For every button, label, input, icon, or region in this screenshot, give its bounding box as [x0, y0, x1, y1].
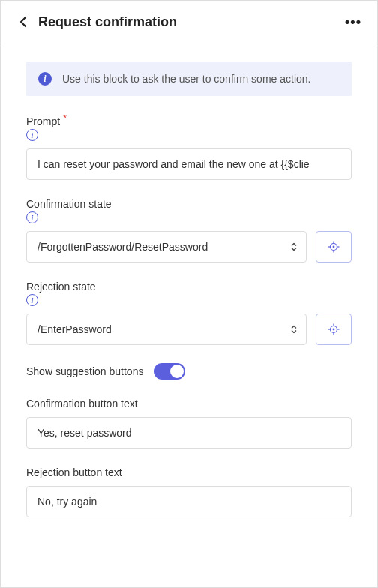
svg-point-7: [333, 328, 335, 331]
show-suggestion-toggle[interactable]: [154, 363, 185, 380]
reject-button-text-label: Rejection button text: [26, 466, 122, 478]
confirm-button-text-input[interactable]: Yes, reset password: [26, 417, 352, 448]
rejection-state-label: Rejection state: [26, 280, 96, 292]
help-icon[interactable]: i: [26, 129, 38, 141]
prompt-label: Prompt: [26, 116, 60, 128]
prompt-field: Prompt * i I can reset your password and…: [26, 116, 352, 180]
reject-button-text-input[interactable]: No, try again: [26, 486, 352, 518]
panel-header: Request confirmation •••: [1, 1, 377, 44]
confirmation-state-label: Confirmation state: [26, 198, 112, 210]
help-icon[interactable]: i: [26, 294, 38, 306]
confirmation-state-target-button[interactable]: [316, 231, 352, 262]
more-horizontal-icon: •••: [345, 14, 362, 30]
info-banner: i Use this block to ask the user to conf…: [26, 62, 352, 96]
page-title: Request confirmation: [38, 14, 343, 30]
help-icon[interactable]: i: [26, 212, 38, 224]
confirmation-state-value: /ForgottenPassword/ResetPassword: [38, 241, 208, 253]
info-icon: i: [38, 72, 52, 86]
confirmation-state-select[interactable]: /ForgottenPassword/ResetPassword: [26, 231, 307, 262]
rejection-state-select[interactable]: /EnterPassword: [26, 314, 307, 345]
rejection-state-target-button[interactable]: [316, 314, 352, 345]
required-asterisk: *: [63, 113, 67, 124]
back-button[interactable]: [14, 13, 32, 31]
rejection-state-value: /EnterPassword: [38, 323, 112, 335]
config-panel: Request confirmation ••• i Use this bloc…: [0, 0, 378, 588]
crosshair-icon: [328, 241, 340, 253]
confirm-button-text-value: Yes, reset password: [38, 427, 132, 439]
toggle-knob: [170, 364, 184, 378]
prompt-input-value: I can reset your password and email the …: [38, 158, 310, 170]
confirmation-state-field: Confirmation state i /ForgottenPassword/…: [26, 198, 352, 262]
more-menu-button[interactable]: •••: [343, 11, 364, 32]
reject-button-text-field: Rejection button text No, try again: [26, 466, 352, 518]
prompt-input[interactable]: I can reset your password and email the …: [26, 148, 352, 180]
show-suggestion-row: Show suggestion buttons: [26, 363, 352, 380]
rejection-state-field: Rejection state i /EnterPassword: [26, 280, 352, 345]
panel-body: i Use this block to ask the user to conf…: [1, 44, 377, 587]
select-chevrons-icon: [291, 243, 297, 251]
svg-point-1: [333, 246, 335, 248]
select-chevrons-icon: [291, 326, 297, 334]
reject-button-text-value: No, try again: [38, 496, 97, 508]
chevron-left-icon: [20, 16, 27, 28]
show-suggestion-label: Show suggestion buttons: [26, 365, 143, 377]
confirm-button-text-label: Confirmation button text: [26, 398, 138, 410]
crosshair-icon: [328, 323, 340, 335]
confirm-button-text-field: Confirmation button text Yes, reset pass…: [26, 398, 352, 448]
info-banner-text: Use this block to ask the user to confir…: [62, 73, 310, 85]
